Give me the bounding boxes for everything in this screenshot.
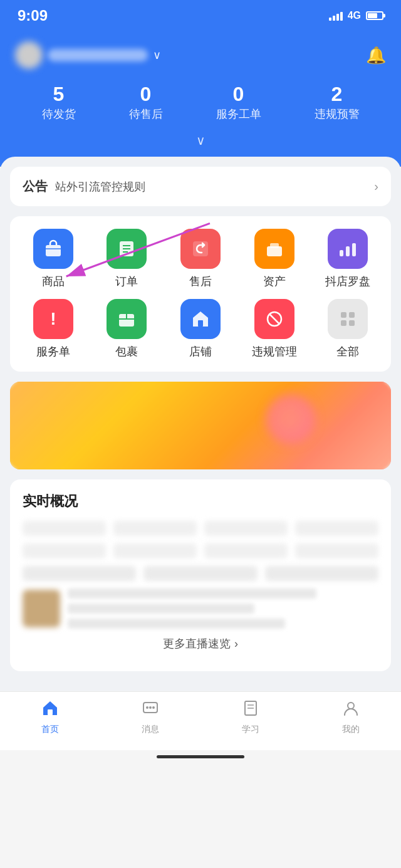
store-selector[interactable]: ∨ 🔔 bbox=[15, 41, 386, 69]
store-avatar bbox=[15, 41, 43, 69]
realtime-stats-row2 bbox=[23, 543, 378, 558]
svg-rect-10 bbox=[270, 243, 279, 248]
nav-label-home: 首页 bbox=[41, 724, 59, 735]
orders-label: 订单 bbox=[115, 274, 138, 289]
compass-icon bbox=[328, 229, 368, 269]
chevron-down-icon[interactable]: ∨ bbox=[153, 48, 161, 62]
more-live[interactable]: 更多直播速览 › bbox=[23, 629, 378, 659]
menu-item-all[interactable]: 全部 bbox=[316, 299, 379, 359]
stat-pending-after[interactable]: 0 待售后 bbox=[129, 84, 163, 122]
home-indicator bbox=[0, 750, 401, 763]
overlay-container: 公告 站外引流管控规则 › 商品 bbox=[10, 167, 391, 372]
nav-item-message[interactable]: 消息 bbox=[125, 699, 175, 735]
service-label: 服务单 bbox=[36, 344, 70, 359]
announcement-arrow-icon: › bbox=[374, 179, 378, 194]
package-label: 包裹 bbox=[115, 344, 138, 359]
service-icon: ! bbox=[33, 299, 73, 339]
banner[interactable] bbox=[10, 382, 391, 469]
bell-icon[interactable]: 🔔 bbox=[366, 46, 386, 65]
stat-number-violation: 2 bbox=[331, 84, 343, 104]
stats-row: 5 待发货 0 待售后 0 服务工单 2 违规预警 bbox=[15, 84, 386, 122]
orders-icon bbox=[107, 229, 147, 269]
announcement-text: 站外引流管控规则 bbox=[55, 179, 367, 194]
more-live-arrow-icon: › bbox=[234, 637, 238, 651]
nav-item-learning[interactable]: 学习 bbox=[226, 699, 276, 735]
home-bar bbox=[157, 755, 244, 758]
menu-item-goods[interactable]: 商品 bbox=[22, 229, 85, 289]
aftersale-icon bbox=[180, 229, 221, 269]
stat-violation[interactable]: 2 违规预警 bbox=[315, 84, 360, 122]
nav-label-mine: 我的 bbox=[342, 724, 360, 735]
store-label: 店铺 bbox=[189, 344, 212, 359]
menu-item-aftersale[interactable]: 售后 bbox=[169, 229, 232, 289]
stat-label-pending-after: 待售后 bbox=[129, 107, 163, 122]
package-icon bbox=[107, 299, 147, 339]
menu-item-violation-mgmt[interactable]: 违规管理 bbox=[243, 299, 306, 359]
menu-item-store[interactable]: 店铺 bbox=[169, 299, 232, 359]
menu-item-assets[interactable]: 资产 bbox=[243, 229, 306, 289]
svg-rect-24 bbox=[349, 320, 355, 326]
menu-grid: 商品 订单 bbox=[10, 216, 391, 372]
menu-item-compass[interactable]: 抖店罗盘 bbox=[316, 229, 379, 289]
blur-stat-3 bbox=[204, 521, 288, 536]
mine-icon bbox=[342, 699, 360, 721]
main-content: 公告 站外引流管控规则 › 商品 bbox=[0, 157, 401, 691]
svg-rect-11 bbox=[340, 250, 343, 256]
status-time: 9:09 bbox=[18, 7, 48, 24]
violation-mgmt-icon bbox=[254, 299, 294, 339]
menu-row-2: ! 服务单 包裹 bbox=[16, 299, 385, 359]
menu-item-package[interactable]: 包裹 bbox=[95, 299, 158, 359]
blur-stat-10 bbox=[143, 566, 257, 581]
svg-point-29 bbox=[149, 706, 152, 709]
goods-icon bbox=[33, 229, 73, 269]
svg-rect-12 bbox=[346, 246, 350, 256]
menu-row-1: 商品 订单 bbox=[16, 229, 385, 289]
stat-label-pending-ship: 待发货 bbox=[42, 107, 76, 122]
svg-rect-23 bbox=[341, 320, 346, 326]
blur-stat-2 bbox=[113, 521, 197, 536]
svg-rect-2 bbox=[46, 245, 61, 256]
stat-number-pending-ship: 5 bbox=[53, 84, 65, 104]
svg-point-28 bbox=[146, 706, 148, 709]
blur-stat-7 bbox=[204, 543, 288, 558]
svg-point-30 bbox=[152, 706, 155, 709]
svg-rect-8 bbox=[193, 241, 208, 256]
nav-label-learning: 学习 bbox=[242, 724, 259, 735]
menu-item-orders[interactable]: 订单 bbox=[95, 229, 158, 289]
blur-line-3 bbox=[68, 619, 285, 629]
more-live-label: 更多直播速览 bbox=[163, 636, 231, 651]
stat-pending-ship[interactable]: 5 待发货 bbox=[42, 84, 76, 122]
svg-rect-18 bbox=[198, 320, 203, 327]
announcement-label: 公告 bbox=[23, 178, 48, 195]
realtime-stats-row3 bbox=[23, 566, 378, 581]
realtime-section: 实时概况 更多直播速览 › bbox=[10, 479, 391, 671]
nav-item-mine[interactable]: 我的 bbox=[326, 699, 376, 735]
store-name bbox=[48, 49, 148, 61]
stat-number-service-order: 0 bbox=[233, 84, 244, 104]
realtime-stats-row1 bbox=[23, 521, 378, 536]
blur-line-1 bbox=[68, 588, 316, 599]
svg-rect-21 bbox=[341, 312, 346, 318]
violation-mgmt-label: 违规管理 bbox=[252, 344, 297, 359]
expand-chevron-icon: ∨ bbox=[196, 133, 206, 148]
status-bar: 9:09 4G bbox=[0, 0, 401, 31]
expand-row[interactable]: ∨ bbox=[15, 133, 386, 148]
blur-stat-4 bbox=[295, 521, 378, 536]
stat-service-order[interactable]: 0 服务工单 bbox=[216, 84, 261, 122]
header: ∨ 🔔 5 待发货 0 待售后 0 服务工单 2 违规预警 ∨ bbox=[0, 31, 401, 167]
blur-text-lines bbox=[68, 588, 378, 629]
announcement[interactable]: 公告 站外引流管控规则 › bbox=[10, 167, 391, 206]
svg-rect-26 bbox=[48, 709, 53, 715]
goods-label: 商品 bbox=[42, 274, 65, 289]
all-label: 全部 bbox=[336, 344, 359, 359]
menu-item-service[interactable]: ! 服务单 bbox=[22, 299, 85, 359]
svg-point-34 bbox=[348, 703, 354, 709]
banner-overlay bbox=[10, 382, 391, 469]
status-icons: 4G bbox=[329, 10, 383, 21]
stat-number-pending-after: 0 bbox=[140, 84, 152, 104]
battery-icon bbox=[366, 11, 383, 20]
stat-label-service-order: 服务工单 bbox=[216, 107, 261, 122]
assets-label: 资产 bbox=[263, 274, 286, 289]
aftersale-label: 售后 bbox=[189, 274, 212, 289]
nav-item-home[interactable]: 首页 bbox=[25, 699, 75, 735]
